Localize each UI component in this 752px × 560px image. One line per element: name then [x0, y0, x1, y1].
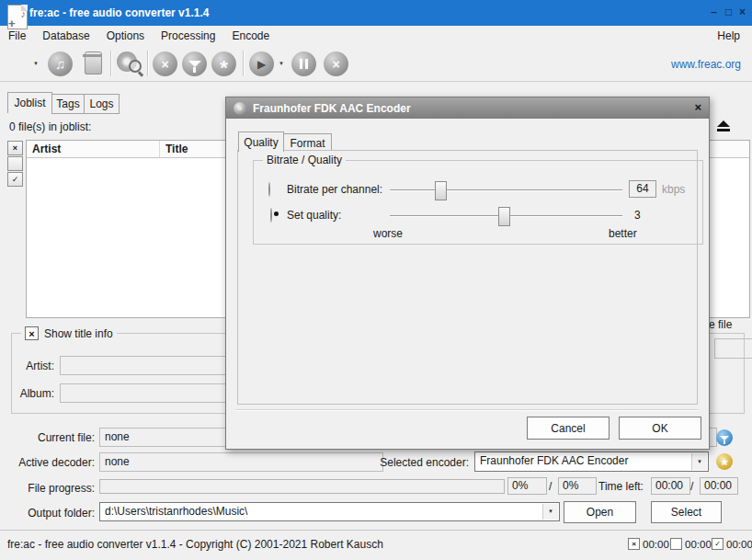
- quality-slider-thumb[interactable]: [498, 207, 510, 226]
- toolbar-separator: [243, 51, 245, 76]
- add-files-dropdown-icon[interactable]: ▼: [33, 61, 39, 66]
- dialog-close-icon[interactable]: ×: [694, 100, 701, 114]
- encoder-config-button[interactable]: *: [716, 453, 733, 470]
- bitrate-slider[interactable]: [390, 189, 622, 191]
- music-notes-icon: ♫: [55, 56, 65, 72]
- selected-encoder-dropdown[interactable]: Fraunhofer FDK AAC Encoder ▼: [474, 451, 709, 472]
- toolbar-separator: [147, 51, 149, 76]
- website-link[interactable]: www.freac.org: [671, 58, 741, 71]
- dialog-title: Fraunhofer FDK AAC Encoder: [253, 102, 411, 115]
- funnel-icon: [188, 61, 201, 67]
- status-bar: fre:ac - free audio converter v1.1.4 - C…: [0, 530, 752, 560]
- toolbar-separator: [110, 51, 112, 76]
- clipped-right-label: e file: [709, 318, 732, 331]
- progress-slash: /: [549, 480, 552, 493]
- time-left-total: 00:00: [700, 477, 738, 495]
- select-all-button[interactable]: ×: [7, 141, 23, 155]
- gear-small-icon: *: [721, 462, 727, 469]
- status-text: fre:ac - free audio converter v1.1.4 - C…: [7, 538, 383, 551]
- quality-label: Set quality:: [287, 209, 341, 222]
- cddb-query-button[interactable]: [117, 51, 142, 76]
- trash-icon: [85, 51, 102, 74]
- menu-help[interactable]: Help: [709, 26, 748, 46]
- open-button[interactable]: Open: [564, 501, 636, 523]
- encoder-config-dialog: Fraunhofer FDK AAC Encoder × Quality For…: [225, 97, 710, 450]
- funnel-small-icon: [720, 436, 729, 440]
- cancel-button[interactable]: Cancel: [527, 417, 610, 440]
- title-info-legend: × Show title info: [21, 326, 117, 340]
- dialog-tab-panel: Bitrate / Quality Bitrate per channel: 6…: [237, 150, 698, 405]
- gear-icon: *: [220, 63, 228, 73]
- show-title-info-checkbox[interactable]: ×: [25, 326, 39, 340]
- encoder-settings-button[interactable]: *: [211, 51, 236, 76]
- dialog-separator: [235, 409, 698, 411]
- timer-selected: × 00:00: [628, 538, 669, 550]
- bitrate-quality-legend: Bitrate / Quality: [263, 154, 346, 166]
- unselected-tracks-icon: [670, 538, 682, 550]
- output-folder-dropdown[interactable]: d:\Users\tristanrhodes\Music\ ▼: [99, 502, 560, 521]
- bitrate-slider-thumb[interactable]: [435, 181, 447, 200]
- time-left-label: Time left:: [598, 480, 644, 493]
- stop-encoding-button[interactable]: ×: [324, 51, 348, 76]
- menu-encode[interactable]: Encode: [223, 26, 278, 46]
- tab-joblist[interactable]: Joblist: [7, 92, 52, 113]
- selected-encoder-label: Selected encoder:: [377, 456, 469, 469]
- file-progress-percent: 0%: [507, 477, 547, 495]
- menu-bar: File Database Options Processing Encode …: [0, 26, 752, 47]
- tab-tags[interactable]: Tags: [51, 94, 85, 114]
- menu-database[interactable]: Database: [34, 26, 97, 46]
- add-files-button[interactable]: ♪ +: [7, 5, 28, 29]
- active-decoder-label: Active decoder:: [0, 456, 95, 469]
- plus-icon: +: [8, 17, 16, 30]
- chevron-down-icon[interactable]: ▼: [691, 453, 707, 470]
- eject-icon: [717, 120, 730, 127]
- app-window: fre:ac - free audio converter v1.1.4 – □…: [0, 0, 752, 560]
- ok-button[interactable]: OK: [619, 417, 701, 440]
- chevron-down-icon[interactable]: ▼: [542, 504, 558, 520]
- timer-total: ✓ 00:00: [712, 538, 752, 550]
- column-artist[interactable]: Artist: [27, 141, 160, 157]
- start-encoding-button[interactable]: ▶: [249, 51, 274, 76]
- select-button[interactable]: Select: [651, 501, 722, 523]
- timer-unselected: 00:00: [670, 538, 712, 550]
- joblist-count: 0 file(s) in joblist:: [9, 120, 91, 133]
- bitrate-radio[interactable]: [268, 182, 270, 197]
- current-file-label: Current file:: [0, 431, 95, 444]
- title-bar[interactable]: fre:ac - free audio converter v1.1.4 – □…: [0, 0, 752, 26]
- menu-options[interactable]: Options: [98, 26, 153, 46]
- pause-encoding-button[interactable]: [291, 51, 316, 76]
- tab-logs[interactable]: Logs: [84, 94, 120, 114]
- maximize-icon[interactable]: □: [723, 6, 735, 18]
- time-slash: /: [690, 480, 693, 493]
- toggle-selection-button[interactable]: ✓: [7, 172, 23, 187]
- tools-icon: ×: [161, 57, 168, 72]
- processing-button[interactable]: [182, 51, 207, 76]
- bitrate-label: Bitrate per channel:: [287, 183, 382, 196]
- pause-icon: [300, 59, 308, 69]
- worse-label: worse: [373, 227, 403, 240]
- minimize-icon[interactable]: –: [708, 6, 720, 18]
- show-title-info-label: Show title info: [44, 327, 113, 340]
- quality-value: 3: [634, 209, 641, 222]
- start-dropdown-icon[interactable]: ▼: [279, 61, 284, 66]
- active-decoder-field: none: [99, 452, 383, 472]
- general-settings-button[interactable]: ×: [153, 51, 177, 76]
- menu-processing[interactable]: Processing: [153, 26, 223, 46]
- remove-all-button[interactable]: [85, 51, 102, 74]
- album-label: Album:: [14, 387, 54, 400]
- quality-radio[interactable]: [270, 208, 272, 223]
- file-progress-label: File progress:: [0, 482, 95, 495]
- dialog-title-bar[interactable]: Fraunhofer FDK AAC Encoder ×: [226, 97, 709, 119]
- stop-x-icon: ×: [332, 57, 339, 72]
- close-icon[interactable]: ×: [736, 6, 748, 18]
- eject-button[interactable]: [710, 117, 737, 135]
- output-folder-label: Output folder:: [0, 507, 95, 520]
- time-left-file: 00:00: [651, 477, 690, 495]
- bitrate-quality-group: Bitrate / Quality Bitrate per channel: 6…: [253, 160, 703, 245]
- all-tracks-icon: ✓: [712, 538, 724, 550]
- processing-toggle-button[interactable]: [716, 429, 733, 446]
- select-none-button[interactable]: [7, 156, 23, 171]
- joblist-button[interactable]: ♫: [48, 51, 73, 76]
- dialog-tab-quality[interactable]: Quality: [238, 131, 284, 152]
- toolbar: ♪ + ▼ ♫ × * ▶ ▼ × www.freac.org: [0, 46, 752, 82]
